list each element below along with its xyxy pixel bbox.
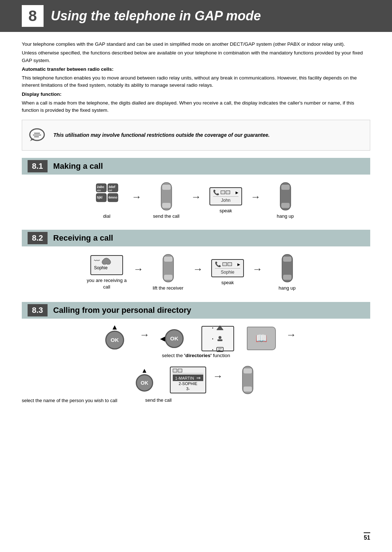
step-hangup-82: hang up bbox=[265, 254, 309, 291]
arrow-1: → bbox=[131, 191, 142, 210]
svg-text:6mno: 6mno bbox=[109, 196, 118, 199]
section-82-number: 8.2 bbox=[28, 232, 48, 244]
dir-entry-1: 1-MARTIN ⇒ bbox=[173, 375, 203, 381]
step-send-label: send the call bbox=[153, 213, 180, 220]
chapter-number: 8 bbox=[22, 5, 44, 27]
section-81-diagram: 2abc abc 3def def 5jkl 6mno dial → bbox=[22, 182, 370, 220]
section-83-number: 8.3 bbox=[28, 304, 48, 316]
section-81-header: 8.1 Making a call bbox=[22, 158, 370, 175]
svg-rect-16 bbox=[162, 203, 171, 208]
svg-text:2abc: 2abc bbox=[97, 185, 105, 189]
chapter-header: 8 Using the telephone in GAP mode bbox=[0, 0, 392, 32]
section-81-number: 8.1 bbox=[28, 160, 48, 172]
svg-text:3def: 3def bbox=[109, 185, 116, 189]
step-ok-1: ▲ OK bbox=[93, 327, 136, 350]
step-speak-81: 📞 ▶ John speak bbox=[204, 187, 248, 214]
step-speak-82-label: speak bbox=[221, 279, 234, 286]
svg-rect-15 bbox=[162, 185, 171, 190]
arrow-7: → bbox=[139, 329, 150, 348]
intro-p2: Unless otherwise specified, the function… bbox=[22, 49, 370, 64]
dir-entry-3: 3- bbox=[173, 386, 203, 391]
row1-caption: select the 'directories' function bbox=[22, 353, 370, 358]
svg-rect-28 bbox=[217, 347, 223, 352]
step-ok-2: ◀ OK bbox=[152, 327, 196, 350]
keypad-icon: 2abc abc 3def def 5jkl 6mno bbox=[93, 182, 121, 211]
step-send-call: send the call bbox=[144, 182, 188, 220]
svg-rect-18 bbox=[281, 185, 290, 190]
step-lift: lift the receiver bbox=[146, 254, 190, 291]
display-name-81: John bbox=[213, 198, 238, 203]
intro-bold2: Display function: bbox=[22, 91, 370, 98]
chapter-title: Using the telephone in GAP mode bbox=[51, 8, 261, 24]
section-83-header: 8.3 Calling from your personal directory bbox=[22, 302, 370, 319]
step-directory-display: 1-MARTIN ⇒ 2-SOPHIE 3- bbox=[166, 367, 210, 393]
section-83-title: Calling from your personal directory bbox=[53, 306, 191, 315]
svg-rect-32 bbox=[244, 368, 252, 373]
directory-display: 1-MARTIN ⇒ 2-SOPHIE 3- bbox=[170, 367, 206, 393]
arrow-2: → bbox=[191, 191, 201, 210]
step-dial: 2abc abc 3def def 5jkl 6mno dial bbox=[85, 182, 128, 220]
section-83-row1: ▲ OK → ◀ OK · bbox=[22, 326, 370, 351]
section-83: 8.3 Calling from your personal directory… bbox=[22, 302, 370, 404]
intro-p1: Your telephone complies with the GAP sta… bbox=[22, 41, 370, 48]
directories-word: directories bbox=[185, 353, 211, 358]
step-hangup-81: hang up bbox=[264, 182, 307, 220]
step-menu-icon: · · · bbox=[196, 326, 240, 351]
handset-icon-1 bbox=[158, 182, 175, 211]
receiving-name: Sophie bbox=[94, 265, 107, 270]
note-box: This utilisation may involve functional … bbox=[22, 120, 370, 151]
svg-text:def: def bbox=[109, 189, 112, 192]
arrow-6: → bbox=[252, 263, 262, 282]
arrow-3: → bbox=[250, 191, 261, 210]
step-ok-3: ▲ OK bbox=[123, 365, 166, 394]
page-number: 51 bbox=[364, 532, 370, 541]
arrow-8: → bbox=[286, 329, 296, 348]
intro-p3: This telephone function enables you to m… bbox=[22, 74, 370, 89]
step-hangup-82-label: hang up bbox=[279, 285, 296, 291]
section-82-diagram: 〰 Sophie you are receiving a call → bbox=[22, 254, 370, 291]
dir-entry-2: 2-SOPHIE bbox=[173, 381, 203, 386]
section-81-title: Making a call bbox=[53, 161, 103, 171]
section-83-row2: ▲ OK 1-MARTIN ⇒ bbox=[22, 365, 370, 394]
svg-rect-33 bbox=[244, 387, 252, 392]
row2-right-caption: send the call bbox=[123, 397, 370, 404]
handset-icon-lift bbox=[160, 254, 176, 283]
note-icon bbox=[28, 124, 46, 146]
display-icon-81: 📞 ▶ John bbox=[209, 187, 242, 205]
intro-text: Your telephone complies with the GAP sta… bbox=[22, 41, 370, 114]
step-send-dir bbox=[226, 365, 269, 394]
svg-rect-25 bbox=[283, 275, 291, 280]
display-name-82: Sophie bbox=[215, 270, 240, 275]
step-hangup-81-label: hang up bbox=[277, 213, 294, 220]
intro-bold1: Automatic transfer between radio cells: bbox=[22, 66, 370, 73]
svg-point-26 bbox=[219, 336, 221, 339]
section-82-header: 8.2 Receiving a call bbox=[22, 230, 370, 246]
arrow-9: → bbox=[213, 371, 223, 389]
step-speak-81-label: speak bbox=[220, 208, 232, 214]
handset-icon-dir bbox=[240, 365, 256, 394]
arrow-4: → bbox=[133, 263, 143, 282]
handset-icon-hangup-81 bbox=[277, 182, 294, 211]
book-icon: 📖 bbox=[247, 327, 276, 350]
step-speak-82: 📞 ▶ Sophie speak bbox=[206, 259, 249, 286]
intro-p4: When a call is made from the telephone, … bbox=[22, 99, 370, 114]
svg-rect-22 bbox=[164, 275, 172, 280]
section-81: 8.1 Making a call 2abc abc 3def def 5jkl… bbox=[22, 158, 370, 220]
row2-captions: select the name of the person you wish t… bbox=[22, 397, 370, 404]
note-text: This utilisation may involve functional … bbox=[53, 131, 270, 139]
step-dial-label: dial bbox=[103, 213, 110, 220]
svg-text:abc: abc bbox=[97, 189, 101, 192]
section-82: 8.2 Receiving a call 〰 Sophie you are re… bbox=[22, 230, 370, 291]
svg-rect-19 bbox=[281, 203, 290, 208]
svg-text:5jkl: 5jkl bbox=[97, 196, 102, 199]
display-icon-82: 📞 ▶ Sophie bbox=[211, 259, 244, 277]
page: 8 Using the telephone in GAP mode Your t… bbox=[0, 0, 392, 552]
handset-icon-hangup-82 bbox=[279, 254, 295, 283]
menu-options: · · · bbox=[201, 326, 234, 351]
section-82-title: Receiving a call bbox=[53, 233, 113, 243]
svg-rect-27 bbox=[217, 339, 222, 341]
svg-rect-24 bbox=[283, 257, 291, 262]
step-receiving: 〰 Sophie you are receiving a call bbox=[83, 255, 130, 290]
step-lift-label: lift the receiver bbox=[153, 285, 184, 291]
arrow-5: → bbox=[193, 263, 203, 282]
